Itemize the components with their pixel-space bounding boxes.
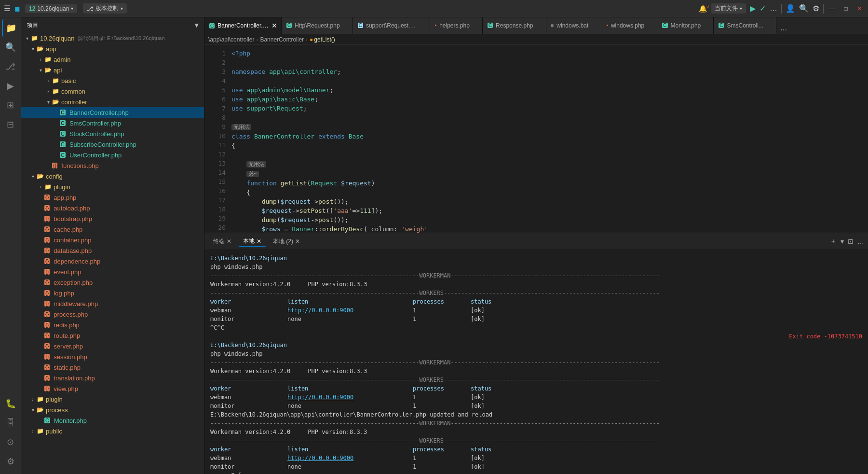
maximize-button[interactable]: □ [841, 4, 851, 14]
play-circle-icon[interactable]: ⊙ [2, 433, 19, 451]
tree-dependence[interactable]: {} dependence.php [21, 256, 204, 266]
project-name-badge[interactable]: 12 10.26qiquan ▾ [25, 4, 77, 13]
common-arrow: › [44, 89, 52, 94]
tree-process-dir[interactable]: ▾ 📂 process [21, 404, 204, 415]
tree-autoload[interactable]: {} autoload.php [21, 203, 204, 213]
current-file-button[interactable]: 当前文件 ▾ [711, 3, 746, 14]
grid-icon[interactable]: ⊟ [2, 116, 19, 133]
run-activity-icon[interactable]: ▶ [2, 77, 19, 95]
tree-api[interactable]: ▾ 📂 api [21, 65, 204, 75]
user-icon[interactable]: 👤 [786, 4, 795, 13]
close-button[interactable]: ✕ [854, 4, 864, 14]
terminal-expand-icon[interactable]: ⊡ [848, 237, 854, 245]
tree-exception[interactable]: {} exception.php [21, 277, 204, 288]
bottom-settings-icon[interactable]: ⚙ [2, 453, 19, 470]
process-dir-icon: 📂 [37, 406, 44, 413]
tree-user-controller[interactable]: C UserController.php [21, 150, 204, 160]
local2-close-icon[interactable]: ✕ [295, 238, 300, 245]
tree-plugin-config[interactable]: › 📁 plugin [21, 181, 204, 192]
app-menu-icon[interactable]: ☰ [4, 4, 11, 13]
tree-subscribe-controller[interactable]: C SubscribeController.php [21, 139, 204, 150]
breadcrumb-path1: \app\api\controller [208, 36, 254, 43]
terminal-tab-close-icon[interactable]: ✕ [227, 238, 231, 245]
tab-response[interactable]: C Response.php ✕ [483, 17, 546, 34]
tree-stock-controller[interactable]: C StockController.php [21, 128, 204, 139]
tab-sms[interactable]: C SmsControll... ✕ [714, 17, 776, 34]
tree-process[interactable]: {} process.php [21, 309, 204, 320]
minimize-button[interactable]: — [827, 4, 837, 14]
tree-public[interactable]: › 📁 public [21, 426, 204, 436]
tree-app-php[interactable]: {} app.php [21, 192, 204, 203]
term-workers-sep-2: ----------------------------------------… [210, 376, 862, 384]
tree-monitor[interactable]: C Monitor.php [21, 415, 204, 426]
basic-arrow: › [44, 78, 52, 84]
more-actions-icon[interactable]: … [770, 4, 777, 13]
explorer-icon[interactable]: 📁 [2, 19, 19, 37]
code-content[interactable]: <?php namespace app\api\controller; use … [228, 45, 868, 233]
terminal-tab-local2[interactable]: 本地 (2) ✕ [268, 237, 305, 247]
tree-bootstrap[interactable]: {} bootstrap.php [21, 213, 204, 224]
tab-support-request[interactable]: C support\Request.php ✕ [353, 17, 430, 34]
git-activity-icon[interactable]: ⎇ [2, 58, 19, 75]
tree-session[interactable]: {} session.php [21, 351, 204, 362]
tab-banner-close-icon[interactable]: ✕ [271, 22, 277, 29]
cache-icon: {} [44, 226, 50, 232]
tree-root[interactable]: ▾ 📁 10.26qiquan 源代码目录: E:\Backend\10.26q… [21, 33, 204, 43]
terminal-tab-local1[interactable]: 本地 ✕ [238, 236, 266, 247]
tab-monitor[interactable]: C Monitor.php ✕ [657, 17, 714, 34]
project-number: 12 [29, 5, 35, 12]
tab-windows-bat[interactable]: ≡ windows.bat ✕ [546, 17, 602, 34]
tab-banner-controller[interactable]: C BannerController.php ✕ [204, 17, 282, 34]
database-config-icon: {} [44, 248, 50, 253]
run-icon[interactable]: ▶ [750, 4, 756, 13]
terminal-content[interactable]: E:\Backend\10.26qiquan php windows.php -… [204, 250, 868, 474]
tree-log[interactable]: {} log.php [21, 288, 204, 298]
database-icon[interactable]: 🗄 [2, 414, 19, 432]
tree-view[interactable]: {} view.php [21, 383, 204, 394]
debug-icon[interactable]: 🐛 [2, 395, 19, 412]
tree-route[interactable]: {} route.php [21, 330, 204, 341]
tree-sms-controller[interactable]: C SmsController.php [21, 118, 204, 128]
tree-container[interactable]: {} container.php [21, 235, 204, 245]
term-array-dump: array:3 [ [210, 471, 862, 474]
settings-icon[interactable]: ⚙ [813, 4, 819, 13]
tree-database[interactable]: {} database.php [21, 245, 204, 256]
tab-windows-php[interactable]: • windows.php ✕ [601, 17, 657, 34]
tab-bat-icon: ≡ [551, 23, 554, 28]
tree-controller[interactable]: ▾ 📂 controller [21, 97, 204, 107]
tree-config[interactable]: ▾ 📂 config [21, 171, 204, 181]
terminal-add-icon[interactable]: ＋ [830, 237, 837, 246]
search-activity-icon[interactable]: 🔍 [2, 39, 19, 56]
search-icon[interactable]: 🔍 [799, 4, 809, 13]
event-icon: {} [44, 269, 50, 275]
tree-common[interactable]: › 📁 common [21, 86, 204, 97]
translation-label: translation.php [54, 375, 95, 382]
tab-http-request[interactable]: C Http\Request.php ✕ [282, 17, 353, 34]
tree-cache[interactable]: {} cache.php [21, 224, 204, 235]
tree-event[interactable]: {} event.php [21, 266, 204, 277]
tree-static[interactable]: {} static.php [21, 362, 204, 373]
tab-overflow-button[interactable]: ⋯ [776, 26, 791, 34]
terminal-tab-terminal[interactable]: 终端 ✕ [208, 237, 236, 247]
tree-basic[interactable]: › 📁 basic [21, 75, 204, 86]
check-icon[interactable]: ✓ [760, 4, 766, 13]
event-label: event.php [54, 268, 81, 276]
tree-plugin-dir[interactable]: › 📁 plugin [21, 394, 204, 404]
tree-translation[interactable]: {} translation.php [21, 373, 204, 383]
code-editor[interactable]: 12345 678910 1112131415 1617181920 21222… [204, 45, 868, 233]
tree-redis[interactable]: {} redis.php [21, 320, 204, 330]
tree-app[interactable]: ▾ 📂 app [21, 43, 204, 54]
terminal-chevron-down-icon[interactable]: ▾ [841, 237, 844, 245]
extensions-icon[interactable]: ⊞ [2, 97, 19, 114]
tree-admin[interactable]: › 📁 admin [21, 54, 204, 65]
tab-winphp-label: windows.php [611, 22, 644, 29]
tab-helpers[interactable]: • helpers.php ✕ [430, 17, 483, 34]
tree-server[interactable]: {} server.php [21, 341, 204, 351]
bell-icon[interactable]: 🔔3 [699, 5, 707, 13]
tree-banner-controller[interactable]: C BannerController.php [21, 107, 204, 118]
terminal-more-icon[interactable]: … [857, 237, 864, 245]
tree-functions[interactable]: {} functions.php [21, 160, 204, 171]
version-control-badge[interactable]: ⎇ 版本控制 ▾ [83, 3, 127, 14]
tree-middleware[interactable]: {} middleware.php [21, 298, 204, 309]
local1-close-icon[interactable]: ✕ [257, 238, 261, 245]
